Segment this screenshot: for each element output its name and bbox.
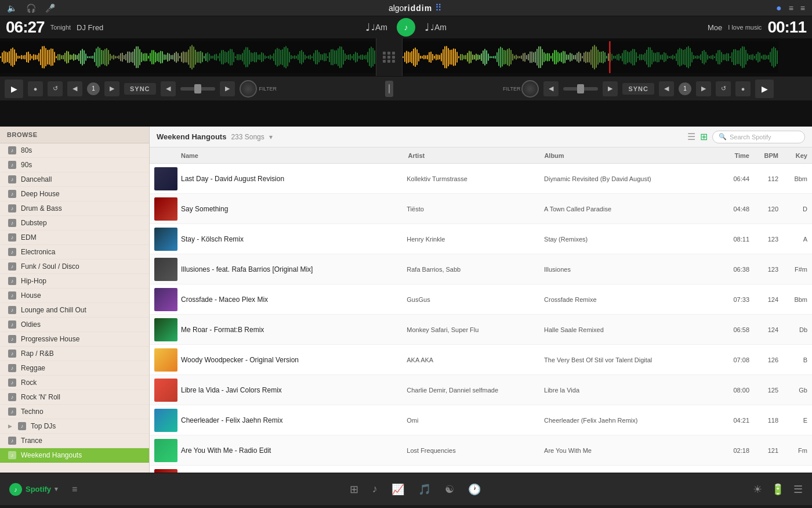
bottom-icon-grid[interactable]: ⊞ <box>350 483 358 496</box>
battery-icon[interactable]: 🔋 <box>771 483 784 496</box>
sidebar-item-progressive-house[interactable]: ♪Progressive House <box>0 332 149 347</box>
track-row[interactable]: Last Day - David August Revision Kollekt… <box>150 164 812 194</box>
prev-button-right[interactable]: ◀ <box>659 81 674 96</box>
cue-button-right[interactable]: ● <box>735 81 751 96</box>
pitch-right-left[interactable]: ▶ <box>220 81 235 96</box>
pitch-left-right[interactable]: ◀ <box>543 81 559 96</box>
search-spotify[interactable]: 🔍 Search Spotify <box>712 131 805 143</box>
pitch-right-right[interactable]: ▶ <box>603 81 618 96</box>
track-name: Woody Woodpecker - Original Version <box>181 356 407 364</box>
track-name: Me Roar - Format:B Remix <box>181 326 407 334</box>
track-row[interactable]: Stay - Kölsch Remix Henry Krinkle Stay (… <box>150 224 812 254</box>
bottom-icon-loop[interactable]: ☯ <box>445 483 454 496</box>
headphones-icon[interactable]: 🎧 <box>26 3 36 13</box>
sidebar-item-label-progressive-house: Progressive House <box>21 335 79 343</box>
sidebar-item-dubstep[interactable]: ♪Dubstep <box>0 216 149 230</box>
sync-button-right[interactable]: SYNC <box>622 83 654 95</box>
track-row[interactable]: Woody Woodpecker - Original Version AKA … <box>150 345 812 375</box>
sidebar-item-rap-rnb[interactable]: ♪Rap / R&B <box>0 347 149 361</box>
col-header-artist[interactable]: Artist <box>408 152 544 159</box>
list-view-icon[interactable]: ☰ <box>687 131 695 142</box>
track-row[interactable]: Illusiones - feat. Rafa Barrios [Origina… <box>150 254 812 284</box>
bottom-icon-music[interactable]: 🎵 <box>418 483 431 496</box>
col-header-album[interactable]: Album <box>544 152 715 159</box>
sidebar-item-dancehall[interactable]: ♪Dancehall <box>0 172 149 187</box>
sidebar-item-techno[interactable]: ♪Techno <box>0 405 149 419</box>
track-row[interactable]: Libre la Vida - Javi Colors Remix Charli… <box>150 375 812 405</box>
track-row[interactable]: Cheerleader - Felix Jaehn Remix Omi Chee… <box>150 405 812 435</box>
sidebar-item-edm[interactable]: ♪EDM <box>0 230 149 245</box>
sidebar-item-rock-n-roll[interactable]: ♪Rock 'N' Roll <box>0 390 149 405</box>
track-row[interactable]: Me Roar - Format:B Remix Monkey Safari, … <box>150 315 812 345</box>
loop-button-right[interactable]: ↺ <box>716 81 731 96</box>
cue-button-left[interactable]: ● <box>28 81 43 96</box>
col-header-bpm[interactable]: BPM <box>749 152 778 159</box>
loop-button-left[interactable]: ↺ <box>48 81 63 96</box>
filter-knob-right[interactable] <box>521 80 539 98</box>
loop-count-left[interactable]: 1 <box>87 82 100 95</box>
sidebar-item-weekend-hangouts[interactable]: ♪Weekend Hangouts <box>0 448 149 463</box>
spotify-dropdown[interactable]: ▾ <box>55 485 58 493</box>
track-time: 06:58 <box>715 326 749 333</box>
sidebar-item-drum-bass[interactable]: ♪Drum & Bass <box>0 201 149 216</box>
sync-button-left[interactable]: SYNC <box>124 83 156 95</box>
waveform-right[interactable] <box>403 41 778 73</box>
playlist-sort-icon[interactable]: ≡ <box>72 484 77 495</box>
col-header-name[interactable]: Name <box>181 152 408 159</box>
grid-view-icon[interactable]: ⊞ <box>700 131 708 142</box>
volume-icon[interactable]: 🔈 <box>7 3 17 13</box>
status-icon[interactable]: ● <box>776 3 782 13</box>
sidebar-item-80s[interactable]: ♪80s <box>0 143 149 158</box>
filter-label-right: FILTER <box>503 86 520 92</box>
track-album: Libre la Vida <box>544 387 715 394</box>
next-button-right[interactable]: ▶ <box>696 81 711 96</box>
sidebar-item-reggae[interactable]: ♪Reggae <box>0 361 149 376</box>
track-row[interactable]: Walk This Way - Kant Remix (Club Version… <box>150 466 812 473</box>
deck-left-key: ♩♩Am <box>365 21 387 34</box>
mic-icon[interactable]: 🎤 <box>45 3 55 13</box>
bottom-icon-chart[interactable]: 📈 <box>392 483 404 496</box>
pitch-left-left[interactable]: ◀ <box>161 81 176 96</box>
track-album: Are You With Me <box>544 447 715 454</box>
menu-icon-2[interactable]: ≡ <box>800 3 805 13</box>
waveform-center-button[interactable] <box>376 38 403 76</box>
dropdown-arrow[interactable]: ▾ <box>269 133 273 141</box>
deck-left-label: Tonight <box>50 24 71 31</box>
sidebar-item-top-djs[interactable]: ▶♪Top DJs <box>0 419 149 434</box>
bottom-icon-clock[interactable]: 🕐 <box>468 483 481 496</box>
waveform-left[interactable] <box>0 41 376 73</box>
track-row[interactable]: Say Something Tiësto A Town Called Parad… <box>150 194 812 224</box>
spotify-button[interactable]: ♪ <box>397 18 415 37</box>
sidebar-item-oldies[interactable]: ♪Oldies <box>0 318 149 332</box>
prev-button-left[interactable]: ◀ <box>67 81 82 96</box>
pitch-slider-left[interactable] <box>180 87 215 91</box>
crossfader-thumb[interactable] <box>385 81 393 97</box>
loop-count-right[interactable]: 1 <box>679 82 691 95</box>
sidebar-item-rock[interactable]: ♪Rock <box>0 376 149 390</box>
sidebar-item-trance[interactable]: ♪Trance <box>0 434 149 448</box>
menu-icon-1[interactable]: ≡ <box>789 3 793 13</box>
next-button-left[interactable]: ▶ <box>104 81 119 96</box>
col-header-time[interactable]: Time <box>715 152 749 159</box>
sidebar-item-funk-soul-disco[interactable]: ♪Funk / Soul / Disco <box>0 260 149 274</box>
bottom-icon-note[interactable]: ♪ <box>372 483 378 495</box>
sidebar-item-lounge-chill[interactable]: ♪Lounge and Chill Out <box>0 303 149 318</box>
sidebar-item-hip-hop[interactable]: ♪Hip-Hop <box>0 274 149 289</box>
brightness-icon[interactable]: ☀ <box>753 483 762 496</box>
sidebar-item-house[interactable]: ♪House <box>0 289 149 303</box>
track-album: The Very Best Of Stil vor Talent Digital <box>544 356 715 363</box>
track-time: 07:08 <box>715 356 749 363</box>
play-button-left[interactable]: ▶ <box>5 80 23 98</box>
track-row[interactable]: Crossfade - Maceo Plex Mix GusGus Crossf… <box>150 284 812 315</box>
spotify-bottom[interactable]: ♪ Spotify ▾ <box>9 483 58 496</box>
sidebar-item-label-rock: Rock <box>21 379 37 387</box>
pitch-slider-right[interactable] <box>563 87 598 91</box>
sidebar-item-electronica[interactable]: ♪Electronica <box>0 245 149 260</box>
filter-knob-left[interactable] <box>240 80 257 98</box>
col-header-key[interactable]: Key <box>778 152 807 159</box>
sidebar-item-deep-house[interactable]: ♪Deep House <box>0 187 149 201</box>
play-button-right[interactable]: ▶ <box>755 80 774 98</box>
track-row[interactable]: Are You With Me - Radio Edit Lost Freque… <box>150 435 812 466</box>
menu-icon[interactable]: ☰ <box>793 483 803 496</box>
sidebar-item-90s[interactable]: ♪90s <box>0 158 149 172</box>
